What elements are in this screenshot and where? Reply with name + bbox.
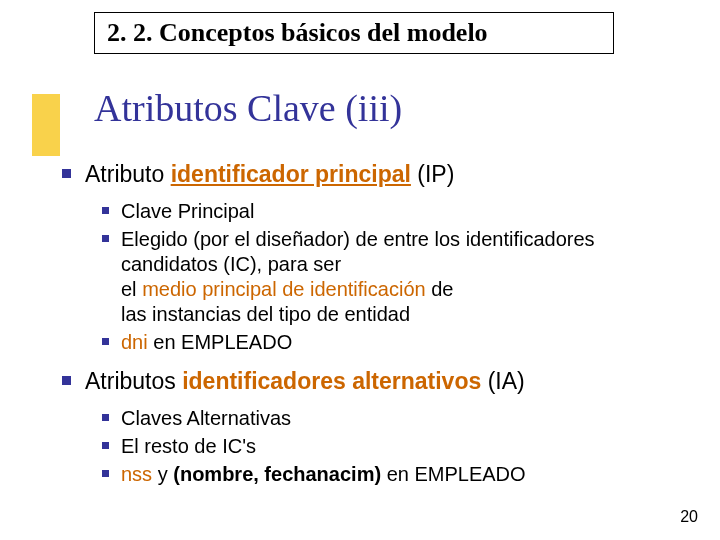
- text-bold: (nombre, fechanacim): [173, 463, 381, 485]
- text-prefix: Atributo: [85, 161, 171, 187]
- text-rest: en EMPLEADO: [148, 331, 293, 353]
- sub-list: Clave Principal Elegido (por el diseñado…: [102, 199, 690, 355]
- text-emph: identificador principal: [171, 161, 411, 187]
- list-item: El resto de IC's: [102, 434, 690, 459]
- text-line2-emph: medio principal de identificación: [142, 278, 426, 300]
- bullet-icon: [102, 470, 109, 477]
- text-emph: nss: [121, 463, 152, 485]
- list-item-label: Claves Alternativas: [121, 406, 291, 431]
- list-item-label: Atributos identificadores alternativos (…: [85, 367, 525, 396]
- text-line1: Elegido (por el diseñador) de entre los …: [121, 228, 595, 275]
- text-mid: y: [152, 463, 173, 485]
- list-item-label: Clave Principal: [121, 199, 254, 224]
- text-line2b: de: [426, 278, 454, 300]
- sub-list: Claves Alternativas El resto de IC's nss…: [102, 406, 690, 487]
- text-emph: dni: [121, 331, 148, 353]
- list-item-label: dni en EMPLEADO: [121, 330, 292, 355]
- body-content: Atributo identificador principal (IP) Cl…: [62, 160, 690, 499]
- bullet-icon: [62, 376, 71, 385]
- slide-title: Atributos Clave (iii): [94, 86, 402, 130]
- slide-number: 20: [680, 508, 698, 526]
- text-line2a: el: [121, 278, 142, 300]
- list-item-label: Elegido (por el diseñador) de entre los …: [121, 227, 690, 327]
- bullet-icon: [102, 207, 109, 214]
- text-line3: las instancias del tipo de entidad: [121, 303, 410, 325]
- list-item: Atributos identificadores alternativos (…: [62, 367, 690, 396]
- bullet-icon: [102, 442, 109, 449]
- list-item-label: nss y (nombre, fechanacim) en EMPLEADO: [121, 462, 526, 487]
- text-suffix: (IA): [481, 368, 524, 394]
- list-item-label: El resto de IC's: [121, 434, 256, 459]
- bullet-icon: [102, 414, 109, 421]
- list-item: Elegido (por el diseñador) de entre los …: [102, 227, 690, 327]
- slide: 2. 2. Conceptos básicos del modelo Atrib…: [0, 0, 720, 540]
- list-item: dni en EMPLEADO: [102, 330, 690, 355]
- text-rest: en EMPLEADO: [381, 463, 526, 485]
- list-item-label: Atributo identificador principal (IP): [85, 160, 454, 189]
- text-suffix: (IP): [411, 161, 454, 187]
- list-item: Clave Principal: [102, 199, 690, 224]
- accent-decor: [32, 94, 60, 156]
- bullet-icon: [102, 338, 109, 345]
- bullet-icon: [102, 235, 109, 242]
- text-emph: identificadores alternativos: [182, 368, 481, 394]
- section-header: 2. 2. Conceptos básicos del modelo: [94, 12, 614, 54]
- list-item: Atributo identificador principal (IP): [62, 160, 690, 189]
- list-item: nss y (nombre, fechanacim) en EMPLEADO: [102, 462, 690, 487]
- list-item: Claves Alternativas: [102, 406, 690, 431]
- text-prefix: Atributos: [85, 368, 182, 394]
- bullet-icon: [62, 169, 71, 178]
